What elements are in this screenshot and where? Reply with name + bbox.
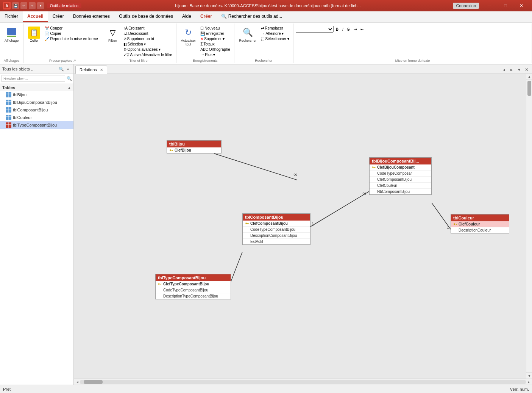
rel-table-tblBijou[interactable]: tblBijou 🗝 ClefBijou (167, 140, 222, 153)
italic-button[interactable]: I (341, 26, 345, 33)
rechercher-button[interactable]: 🔍 Rechercher (237, 26, 259, 43)
rel-table-row-DescriptionComposantBijou: DescriptionComposantBijou (243, 233, 310, 239)
sidebar-close-icon[interactable]: « (65, 66, 71, 72)
nouveau-button[interactable]: ☐ Nouveau (199, 26, 232, 31)
selectionner-button[interactable]: ⬚ Sélectionner ▾ (259, 36, 290, 41)
field-NbComposantBijou: NbComposantBijou (377, 189, 410, 194)
copier-button[interactable]: 📄 Copier (43, 31, 99, 36)
dropdown-quick-icon[interactable]: ▾ (37, 2, 44, 9)
search-execute-button[interactable]: 🔍 (67, 76, 72, 81)
rechercher-icon: 🔍 (242, 27, 254, 39)
tab-creer2[interactable]: Créer (196, 11, 217, 22)
scroll-thumb[interactable] (527, 81, 531, 96)
tables-section-header[interactable]: Tables ▲ (0, 84, 73, 91)
activer-filtre-button[interactable]: ✓▽ Activer/désactiver le filtre (122, 52, 174, 57)
group-affichages: Affichage Affichages (0, 23, 23, 63)
window-title: bijoux : Base de données- K:\0000-ACCESS… (83, 3, 453, 8)
orthographe-button[interactable]: ABC Orthographe (199, 47, 232, 52)
totaux-button[interactable]: Σ Totaux (199, 42, 232, 47)
atteindre-icon: → (261, 31, 265, 36)
relations-canvas[interactable]: ∞ 1 ∞ 1 tblBijou (74, 74, 532, 379)
sidebar-item-tblComposantBijou[interactable]: tblComposantBijou (0, 106, 73, 114)
scroll-track[interactable] (526, 80, 532, 373)
tab-accueil[interactable]: Accueil (23, 11, 48, 22)
rel-table-row-DescriptionTypeComposantBijou: DescriptionTypeComposantBijou (156, 293, 231, 299)
expand-icon[interactable]: ↗ (73, 59, 76, 63)
connexion-button[interactable]: Connexion (453, 3, 479, 9)
actualiser-button[interactable]: ↻ Actualisertout (179, 26, 198, 47)
search-input[interactable] (2, 75, 65, 82)
strikethrough-button[interactable]: S (346, 26, 351, 33)
tab-creer[interactable]: Créer (48, 11, 69, 22)
scroll-down-btn[interactable]: ▼ (526, 373, 532, 379)
tab-rechercher-outils[interactable]: 🔍 Rechercher des outils ad... (217, 11, 287, 22)
relations-tab-close[interactable]: ✕ (100, 68, 103, 72)
main-content: Tous les objets ... 🔍 « 🔍 Tables ▲ (0, 64, 532, 385)
sidebar-item-tblBijouComposantBijou[interactable]: tblBijouComposantBijou (0, 99, 73, 106)
sidebar-search-icon[interactable]: 🔍 (58, 66, 64, 72)
supprimer-tri-label: Supprimer un tri (127, 37, 154, 41)
croissant-label: Croissant (128, 26, 144, 30)
outdent-button[interactable]: ⇤ (359, 26, 365, 33)
scroll-left-btn[interactable]: ◂ (75, 379, 80, 385)
decroissant-button[interactable]: ↓Z Décroissant (122, 31, 174, 36)
sidebar-item-tblTypeComposantBijou[interactable]: tblTypeComposantBijou (0, 121, 73, 129)
reproduire-label: Reproduire la mise en forme (50, 37, 98, 41)
close-all-btn[interactable]: ✕ (523, 66, 530, 74)
minimize-button[interactable]: ─ (482, 1, 497, 11)
atteindre-button[interactable]: → Atteindre ▾ (259, 31, 290, 36)
bold-button[interactable]: B (334, 26, 340, 33)
scroll-right-btn[interactable]: ▸ (526, 379, 531, 385)
supprimer-tri-button[interactable]: ⊘ Supprimer un tri (122, 36, 174, 41)
tab-donnees-externes[interactable]: Données externes (69, 11, 114, 22)
tab-scroll-left[interactable]: ◂ (500, 66, 508, 74)
remplacer-button[interactable]: ⇄ Remplacer (259, 26, 290, 31)
couper-button[interactable]: ✂️ Couper (43, 26, 99, 31)
options-avancees-label: Options avancées ▾ (128, 47, 161, 52)
rel-table-row-DecsriptionCouleur: DecsriptionCouleur (451, 227, 509, 233)
enregistrer-button[interactable]: 💾 Enregistrer (199, 31, 232, 36)
supprimer-label: Supprimer ▾ (204, 37, 225, 41)
plus-label: Plus ▾ (205, 53, 215, 57)
field-CodeTypeComposantBijou: CodeTypeComposantBijou (250, 227, 295, 232)
croissant-button[interactable]: ↑A Croissant (122, 26, 174, 31)
filtrer-button[interactable]: ▽ Filtrer (105, 26, 121, 43)
tables-section-title: Tables (2, 85, 67, 90)
font-family-select[interactable] (296, 26, 334, 33)
options-avancees-button[interactable]: ⚙ Options avancées ▾ (122, 47, 174, 52)
plus-button[interactable]: ⋯ Plus ▾ (199, 52, 232, 57)
save-quick-icon[interactable]: 💾 (12, 2, 19, 9)
decroissant-label: Décroissant (128, 31, 148, 36)
coller-button[interactable]: 📋 Coller (26, 26, 42, 43)
rel-table-tblBijouComposantBijou[interactable]: tblBijouComposantBij... 🗝 ClefBijouCompo… (369, 157, 432, 195)
h-scroll-thumb[interactable] (84, 380, 103, 384)
totaux-icon: Σ (200, 42, 203, 46)
rel-table-tblCouleur[interactable]: tblCouleur 🗝 ClefCouleur DecsriptionCoul… (451, 214, 509, 233)
tab-list[interactable]: ▾ (515, 66, 523, 74)
relations-tab-label: Relations (80, 67, 97, 72)
rel-table-tblComposantBijou[interactable]: tblComposantBijou 🗝 ClefComposantBijou C… (242, 213, 310, 245)
close-button[interactable]: ✕ (514, 1, 529, 11)
tab-fichier[interactable]: Fichier (0, 11, 23, 22)
supprimer-button[interactable]: ✕ Supprimer ▾ (199, 36, 232, 41)
affichage-button[interactable]: Affichage (2, 26, 21, 43)
tab-scroll-right[interactable]: ▸ (508, 66, 515, 74)
sidebar-item-tblCouleur[interactable]: tblCouleur (0, 114, 73, 121)
affichages-items: Affichage (2, 24, 21, 57)
sidebar-label-tblTypeComposantBijou: tblTypeComposantBijou (13, 123, 57, 127)
tab-aide[interactable]: Aide (178, 11, 196, 22)
indent-button[interactable]: ⇥ (352, 26, 358, 33)
undo-quick-icon[interactable]: ↩ (20, 2, 27, 9)
maximize-button[interactable]: □ (498, 1, 513, 11)
rel-table-tblTypeComposantBijou[interactable]: tblTypeComposantBijou 🗝 ClefTypeComposan… (155, 274, 231, 299)
sidebar-item-tblBijou[interactable]: tblBijou (0, 91, 73, 99)
selection-button[interactable]: ◧ Sélection ▾ (122, 42, 174, 47)
redo-quick-icon[interactable]: ↪ (29, 2, 36, 9)
reproduire-button[interactable]: 🖌️ Reproduire la mise en forme (43, 36, 99, 41)
scroll-up-btn[interactable]: ▲ (526, 74, 532, 80)
vertical-scrollbar[interactable]: ▲ ▼ (526, 74, 532, 379)
h-scroll-track[interactable] (80, 380, 526, 384)
tab-outils-bdd[interactable]: Outils de base de données (114, 11, 178, 22)
filtrer-icon: ▽ (107, 27, 119, 39)
relations-tab[interactable]: Relations ✕ (75, 66, 107, 74)
